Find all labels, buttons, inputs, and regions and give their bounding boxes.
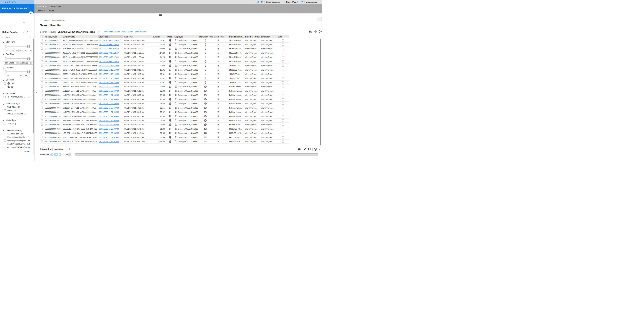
more-link[interactable]: More <box>24 150 29 152</box>
filter-ani-item[interactable]: Laszlo.Vereb@verint.... (12 <box>4 143 30 145</box>
table-row[interactable]: 730008000004004e85c351e-cde3-486e-b6b0-6… <box>40 123 289 127</box>
triangle-down-icon[interactable] <box>3 80 4 81</box>
info-icon[interactable]: i <box>282 115 284 118</box>
row-checkbox[interactable] <box>41 94 43 96</box>
info-icon[interactable]: i <box>282 60 284 63</box>
col-interaction-type[interactable]: Interaction Type <box>198 35 213 38</box>
table-row[interactable]: 73000800000397749b6bb4e-e451-4050-9012-0… <box>40 38 289 42</box>
info-icon[interactable]: i <box>282 48 284 50</box>
row-checkbox[interactable] <box>41 77 43 79</box>
triangle-down-icon[interactable] <box>3 94 4 94</box>
col-direction[interactable]: Direc... <box>167 35 174 38</box>
info-icon[interactable]: i <box>74 148 76 150</box>
row-checkbox[interactable] <box>41 73 43 75</box>
checkbox[interactable] <box>4 123 6 125</box>
col-start-time[interactable]: Start Time <box>98 35 123 38</box>
info-icon[interactable]: i <box>282 52 284 54</box>
info-icon[interactable]: i <box>282 68 284 71</box>
triangle-down-icon[interactable] <box>3 54 4 55</box>
info-icon[interactable]: i <box>282 128 284 130</box>
info-icon[interactable]: i <box>282 73 284 75</box>
info-icon[interactable]: i <box>282 136 284 139</box>
filter-employee[interactable]: GenesysClou… (117) <box>4 96 31 98</box>
popout-icon[interactable] <box>304 148 307 151</box>
checkbox[interactable] <box>4 140 6 142</box>
start-time-link[interactable]: 08/21/2023 11:30:03 AM <box>99 124 119 126</box>
col-dialed-to[interactable]: Dialed To (DNIS) <box>244 35 260 38</box>
info-icon[interactable]: i <box>282 43 284 46</box>
start-time-to-field[interactable]: 08/25/2023 1 <box>18 49 33 52</box>
info-icon[interactable]: i <box>282 56 284 58</box>
print-icon[interactable] <box>260 1 263 3</box>
filter-instant-messaging[interactable]: Instant Messaging (37) <box>4 113 27 115</box>
row-checkbox[interactable] <box>41 64 43 66</box>
row-checkbox[interactable] <box>41 107 43 109</box>
row-checkbox[interactable] <box>41 111 43 113</box>
start-time-link[interactable]: 08/21/2023 09:57:12 AM <box>99 56 119 58</box>
calendar-icon[interactable]: 1 <box>30 50 32 52</box>
volume-button[interactable] <box>58 153 61 156</box>
start-time-from-field[interactable]: 08/21/2023 1 <box>4 49 18 52</box>
start-time-link[interactable]: 08/21/2023 11:30:03 AM <box>99 132 119 134</box>
email-icon[interactable] <box>298 148 301 151</box>
new-search-link[interactable]: New Search <box>122 30 133 33</box>
row-checkbox[interactable] <box>41 69 43 71</box>
row-checkbox[interactable] <box>41 60 43 62</box>
subnav-search[interactable]: Search <box>37 10 43 12</box>
table-row[interactable]: 730008000003983e85c351e-cde3-486e-b6b0-6… <box>40 118 289 123</box>
info-icon[interactable]: i <box>282 94 284 96</box>
table-row[interactable]: 7300080000040100979fe17-a073-4ad2-b253-5… <box>40 76 289 80</box>
checkbox[interactable] <box>4 86 6 88</box>
info-icon[interactable]: i <box>282 90 284 92</box>
start-time-link[interactable]: 08/21/2023 11:27:40 AM <box>99 90 119 92</box>
row-checkbox[interactable] <box>41 86 43 88</box>
table-row[interactable]: 7300080000039990979fe17-a073-4ad2-b253-5… <box>40 72 289 76</box>
info-icon[interactable]: i <box>282 111 284 113</box>
table-row[interactable]: 730008000004006ba1123f3-c7f5-4c11-ae70-d… <box>40 106 289 110</box>
row-checkbox[interactable] <box>41 52 43 54</box>
col-end-time[interactable]: End Time <box>123 35 152 38</box>
filter-direction-incoming[interactable]: 105 <box>4 82 14 85</box>
info-icon[interactable]: i <box>282 102 284 105</box>
chevron-down-icon[interactable] <box>281 1 283 3</box>
calendar-icon[interactable]: 1 <box>16 62 18 64</box>
start-time-link[interactable]: 08/21/2023 11:30:03 AM <box>99 120 119 122</box>
row-checkbox[interactable] <box>41 90 43 92</box>
tab-configure[interactable]: CONFIGURE <box>48 6 62 8</box>
start-time-link[interactable]: 08/21/2023 11:27:40 AM <box>99 102 119 104</box>
row-checkbox[interactable] <box>41 124 43 126</box>
start-time-link[interactable]: 08/21/2023 11:27:40 AM <box>99 98 119 100</box>
info-icon[interactable]: i <box>282 119 284 122</box>
start-time-link[interactable]: 08/21/2023 11:13:14 AM <box>99 82 119 84</box>
row-checkbox[interactable] <box>41 115 43 117</box>
table-row[interactable]: 730008000003984ba1123f3-c7f5-4c11-ae70-d… <box>40 89 289 93</box>
filter-ani-item[interactable]: Fahima.Karim@verint.... (2 <box>4 136 30 138</box>
scrollbar-thumb[interactable] <box>33 39 34 133</box>
checkbox[interactable] <box>4 106 6 108</box>
subnav-folders[interactable]: Folders <box>48 10 54 12</box>
start-time-link[interactable]: 08/21/2023 11:30:03 AM <box>99 128 119 130</box>
table-row[interactable]: 73000800000397949b6bb4e-e451-4050-9012-0… <box>40 47 289 51</box>
checkbox[interactable] <box>4 143 6 145</box>
start-time-link[interactable]: 08/21/2023 09:57:12 AM <box>99 52 119 54</box>
table-row[interactable]: 7300090000001730979fe17-a073-4ad2-b253-5… <box>40 80 289 85</box>
triangle-down-icon[interactable] <box>3 130 4 132</box>
stop-button[interactable] <box>51 153 54 156</box>
col-media-type[interactable]: Media Type <box>213 35 228 38</box>
slider-handle-right[interactable] <box>28 70 30 73</box>
table-row[interactable]: 730009000000178ba1123f3-c7f5-4c11-ae70-d… <box>40 114 289 118</box>
filter-ani-item[interactable]: 4077cddc-3e45-4ea2-8eb6- <box>4 146 30 148</box>
pane-drag-handle[interactable] <box>159 14 162 16</box>
info-icon[interactable]: i <box>282 86 284 88</box>
table-row[interactable]: 730008000004014ba1123f3-c7f5-4c11-ae70-d… <box>40 110 289 114</box>
row-checkbox[interactable] <box>41 102 43 104</box>
filter-ani-item[interactable]: aaa@bbb.com (20) <box>4 133 23 135</box>
info-icon[interactable]: i <box>282 81 284 84</box>
col-duration[interactable]: Duration <box>152 35 167 38</box>
row-checkbox[interactable] <box>41 81 43 83</box>
menu-expander[interactable] <box>29 12 33 16</box>
slider-handle-left[interactable] <box>5 57 8 60</box>
info-icon[interactable]: i <box>282 106 284 109</box>
info-icon[interactable]: i <box>282 140 284 143</box>
table-row[interactable]: 730008000004013e85c351e-cde3-486e-b6b0-6… <box>40 127 289 131</box>
